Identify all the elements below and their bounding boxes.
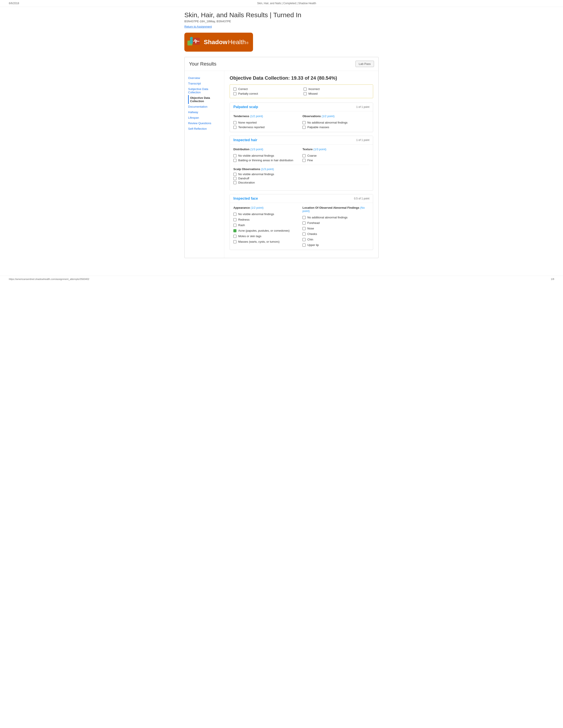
face-grid: Appearance (1/2 point) No visible abnorm… [233, 206, 369, 247]
observations-title: Observations (1/2 point) [303, 114, 369, 118]
card-inspected-face: Inspected face 0.5 of 1 point Appearance… [229, 194, 373, 250]
texture-col: Texture (1/3 point) Coarse Fine [303, 148, 369, 162]
distribution-title: Distribution (1/3 point) [233, 148, 300, 151]
main-content: Objective Data Collection: 19.33 of 24 (… [224, 71, 379, 258]
acne-label: Acne (papules, pustules, or comedones) [238, 229, 290, 232]
missed-checkbox-icon [304, 92, 307, 95]
no-additional-label: No additional abnormal findings [307, 121, 348, 124]
no-additional-face-label: No additional abnormal findings [307, 216, 348, 219]
sidebar-item-overview[interactable]: Overview [188, 75, 220, 81]
sidebar-item-hallway[interactable]: Hallway [188, 109, 220, 115]
sidebar: Overview Transcript Subjective Data Coll… [184, 71, 224, 258]
incorrect-checkbox-icon [304, 88, 307, 91]
tenderness-reported-label: Tenderness reported [238, 126, 264, 129]
masses-label: Masses (warts, cysts, or tumors) [238, 240, 279, 243]
option-balding: Balding or thinning areas in hair distri… [233, 159, 300, 162]
page-subtitle: BSN437PE-18A_18May, BSN437PE [184, 20, 379, 23]
card-inspected-face-title: Inspected face [233, 197, 258, 201]
option-redness: Redness [233, 218, 300, 221]
card-palpated-scalp-points: 1 of 1 point [356, 105, 369, 109]
no-visible-distribution-checkbox [233, 154, 236, 157]
upper-lip-label: Upper lip [307, 243, 319, 247]
option-rash: Rash [233, 223, 300, 227]
sidebar-item-self-reflection[interactable]: Self-Reflection [188, 126, 220, 131]
card-inspected-face-points: 0.5 of 1 point [354, 197, 369, 200]
results-container: Your Results Lab Pass Overview Transcrip… [184, 57, 379, 258]
sidebar-item-transcript[interactable]: Transcript [188, 81, 220, 86]
legend-incorrect: Incorrect [304, 87, 369, 91]
sidebar-item-review[interactable]: Review Questions [188, 120, 220, 126]
results-heading: Your Results [189, 61, 216, 67]
scalp-observations-section: Scalp Observations (1/3 point) No visibl… [233, 167, 369, 184]
logo-icon-svg [186, 34, 201, 50]
none-reported-label: None reported [238, 121, 256, 124]
moles-label: Moles or skin tags [238, 235, 261, 238]
legend-correct: Correct [233, 87, 299, 91]
distribution-col: Distribution (1/3 point) No visible abno… [233, 148, 300, 162]
upper-lip-checkbox [303, 244, 306, 247]
card-inspected-face-body: Appearance (1/2 point) No visible abnorm… [230, 203, 373, 250]
rash-checkbox [233, 224, 236, 227]
svg-point-1 [190, 37, 193, 40]
partial-checkbox-icon [233, 92, 236, 95]
nose-label: Nose [307, 227, 314, 230]
legend-partially-correct: Partially correct [233, 92, 299, 95]
option-cheeks: Cheeks [303, 232, 369, 236]
sidebar-item-objective[interactable]: Objective Data Collection [188, 95, 220, 104]
option-coarse: Coarse [303, 154, 369, 157]
hair-top-grid: Distribution (1/3 point) No visible abno… [233, 148, 369, 162]
legend-partial-label: Partially correct [238, 92, 258, 95]
chin-checkbox [303, 238, 306, 241]
results-header: Your Results Lab Pass [184, 57, 379, 71]
option-tenderness-reported: Tenderness reported [233, 126, 300, 129]
redness-label: Redness [238, 218, 249, 221]
palpable-masses-label: Palpable masses [307, 126, 329, 129]
card-palpated-scalp-header: Palpated scalp 1 of 1 point [230, 103, 373, 111]
option-acne: Acne (papules, pustules, or comedones) [233, 229, 300, 232]
discoloration-label: Discoloration [238, 181, 255, 184]
palpated-scalp-grid: Tenderness (1/2 point) None reported Ten… [233, 114, 369, 129]
texture-title: Texture (1/3 point) [303, 148, 369, 151]
svg-rect-2 [190, 40, 193, 44]
card-palpated-scalp-title: Palpated scalp [233, 105, 258, 109]
sidebar-item-documentation[interactable]: Documentation [188, 104, 220, 109]
texture-points: (1/3 point) [314, 148, 327, 151]
appearance-title: Appearance (1/2 point) [233, 206, 300, 209]
bottom-page: 1/8 [551, 278, 554, 280]
topbar-title: Skin, Hair, and Nails | Completed | Shad… [257, 2, 316, 5]
nose-checkbox [303, 227, 306, 230]
tenderness-reported-checkbox [233, 126, 236, 129]
no-additional-face-checkbox [303, 216, 306, 219]
card-inspected-hair-header: Inspected hair 1 of 1 point [230, 136, 373, 144]
shadow-health-logo: Shadow Health ® [184, 33, 253, 52]
tenderness-col: Tenderness (1/2 point) None reported Ten… [233, 114, 300, 129]
return-to-assignment-link[interactable]: Return to Assignment [184, 25, 212, 28]
lab-pass-button[interactable]: Lab Pass [356, 61, 374, 67]
sidebar-item-subjective[interactable]: Subjective Data Collection [188, 86, 220, 95]
tenderness-points: (1/2 point) [250, 114, 263, 118]
balding-label: Balding or thinning areas in hair distri… [238, 159, 293, 162]
fine-checkbox [303, 159, 306, 162]
bottom-bar: https://americansentinel.shadowhealth.co… [0, 276, 563, 282]
sidebar-item-lifespan[interactable]: Lifespan [188, 115, 220, 120]
page-title: Skin, Hair, and Nails Results | Turned I… [184, 11, 379, 19]
coarse-checkbox [303, 154, 306, 157]
option-no-visible-scalp: No visible abnormal findings [233, 173, 369, 176]
dandruff-checkbox [233, 177, 236, 180]
legend-box: Correct Incorrect Partially correct Miss… [229, 84, 373, 98]
card-inspected-hair-points: 1 of 1 point [356, 139, 369, 142]
no-visible-face-checkbox [233, 213, 236, 216]
scalp-obs-points: (1/3 point) [261, 167, 274, 171]
option-chin: Chin [303, 238, 369, 241]
legend-correct-label: Correct [238, 87, 248, 91]
no-visible-scalp-checkbox [233, 173, 236, 176]
option-moles: Moles or skin tags [233, 235, 300, 238]
masses-checkbox [233, 240, 236, 243]
option-dandruff: Dandruff [233, 177, 369, 180]
logo-shadow-text: Shadow [204, 39, 227, 46]
distribution-points: (1/3 point) [250, 148, 263, 151]
coarse-label: Coarse [307, 154, 317, 157]
legend-incorrect-label: Incorrect [309, 87, 320, 91]
location-abnormal-col: Location Of Observed Abnormal Findings (… [303, 206, 369, 247]
observations-col: Observations (1/2 point) No additional a… [303, 114, 369, 129]
